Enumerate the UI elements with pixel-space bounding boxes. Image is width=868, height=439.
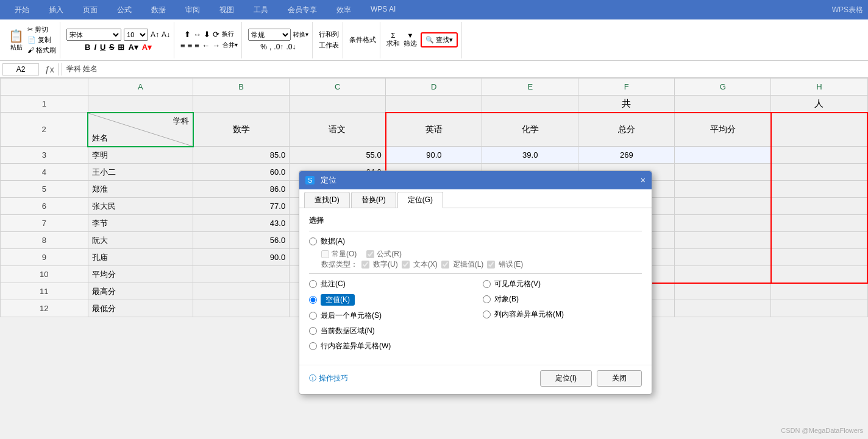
close-dialog-button[interactable]: 关闭 bbox=[597, 370, 642, 387]
locate-button[interactable]: 定位(I) bbox=[540, 370, 592, 387]
chk-text-input[interactable] bbox=[402, 261, 410, 269]
data-type-row: 数据类型： 数字(U) 文本(X) 逻辑值(L) 错误(E) bbox=[321, 259, 642, 270]
radio-rowdiff-input[interactable] bbox=[309, 342, 317, 350]
chk-formula-label: 公式(R) bbox=[377, 249, 402, 259]
sub-options-row: 常量(O) 公式(R) bbox=[321, 249, 642, 259]
help-link[interactable]: ⓘ 操作技巧 bbox=[309, 370, 348, 387]
chk-constant-input[interactable] bbox=[321, 250, 329, 258]
radio-current-region-option[interactable]: 当前数据区域(N) bbox=[309, 325, 468, 337]
radio-blank-label: 空值(K) bbox=[321, 294, 355, 306]
chk-error-label: 错误(E) bbox=[499, 259, 523, 270]
radio-object-option[interactable]: 对象(B) bbox=[483, 293, 642, 306]
chk-formula-item[interactable]: 公式(R) bbox=[366, 249, 402, 259]
radio-object-label: 对象(B) bbox=[494, 294, 519, 304]
radio-last-label: 最后一个单元格(S) bbox=[321, 311, 382, 321]
dialog-overlay: S 定位 × 查找(D) 替换(P) 定位(G) 选择 数据(A) bbox=[0, 0, 868, 434]
chk-constant-label: 常量(O) bbox=[332, 249, 357, 259]
chk-error-input[interactable] bbox=[487, 261, 495, 269]
radio-rowdiff-label: 行内容差异单元格(W) bbox=[321, 341, 391, 351]
options-grid: 批注(C) 空值(K) 最后一个单元格(S) 当前数据区域(N) bbox=[309, 278, 642, 353]
chk-num-input[interactable] bbox=[361, 261, 369, 269]
dialog-tab-find[interactable]: 查找(D) bbox=[304, 192, 350, 208]
radio-object-input[interactable] bbox=[483, 295, 491, 303]
radio-visible-input[interactable] bbox=[483, 280, 491, 288]
chk-logical-label: 逻辑值(L) bbox=[453, 259, 484, 270]
radio-blank-input[interactable] bbox=[309, 296, 317, 304]
radio-comment-label: 批注(C) bbox=[321, 279, 346, 289]
radio-last-input[interactable] bbox=[309, 312, 317, 320]
radio-visible-label: 可见单元格(V) bbox=[494, 279, 541, 289]
dialog-body: 选择 数据(A) 常量(O) 公式(R) bbox=[299, 208, 652, 360]
radio-col-diff-option[interactable]: 列内容差异单元格(M) bbox=[483, 308, 642, 321]
chk-text-label: 文本(X) bbox=[413, 259, 438, 270]
section-label: 选择 bbox=[309, 216, 642, 226]
radio-row-diff-option[interactable]: 行内容差异单元格(W) bbox=[309, 340, 468, 353]
dialog-titlebar: S 定位 × bbox=[299, 171, 652, 189]
radio-coldiff-label: 列内容差异单元格(M) bbox=[494, 309, 564, 320]
radio-last-cell-option[interactable]: 最后一个单元格(S) bbox=[309, 309, 468, 322]
help-icon: ⓘ bbox=[309, 373, 316, 384]
dialog-tab-locate[interactable]: 定位(G) bbox=[397, 192, 443, 208]
radio-data-label: 数据(A) bbox=[321, 236, 345, 247]
chk-logical-input[interactable] bbox=[441, 261, 449, 269]
radio-visible-cells-option[interactable]: 可见单元格(V) bbox=[483, 278, 642, 290]
dialog-close-button[interactable]: × bbox=[641, 175, 646, 185]
radio-comment-input[interactable] bbox=[309, 280, 317, 288]
options-row-data: 数据(A) bbox=[309, 235, 642, 248]
chk-formula-input[interactable] bbox=[366, 250, 374, 258]
radio-blank-option[interactable]: 空值(K) bbox=[309, 293, 468, 307]
radio-data-input[interactable] bbox=[309, 237, 317, 245]
chk-num-label: 数字(U) bbox=[373, 259, 398, 270]
radio-coldiff-input[interactable] bbox=[483, 311, 491, 318]
radio-data-option[interactable]: 数据(A) bbox=[309, 235, 345, 248]
dialog-tab-replace[interactable]: 替换(P) bbox=[351, 192, 396, 208]
locate-dialog: S 定位 × 查找(D) 替换(P) 定位(G) 选择 数据(A) bbox=[299, 170, 652, 395]
data-type-label: 数据类型： bbox=[321, 259, 358, 270]
radio-region-label: 当前数据区域(N) bbox=[321, 326, 375, 336]
chk-constant-item[interactable]: 常量(O) bbox=[321, 249, 357, 259]
radio-region-input[interactable] bbox=[309, 327, 317, 335]
radio-comment-option[interactable]: 批注(C) bbox=[309, 278, 468, 290]
dialog-title: S 定位 bbox=[305, 175, 336, 186]
dialog-tabs: 查找(D) 替换(P) 定位(G) bbox=[299, 189, 652, 208]
dialog-footer: ⓘ 操作技巧 定位(I) 关闭 bbox=[299, 365, 652, 394]
